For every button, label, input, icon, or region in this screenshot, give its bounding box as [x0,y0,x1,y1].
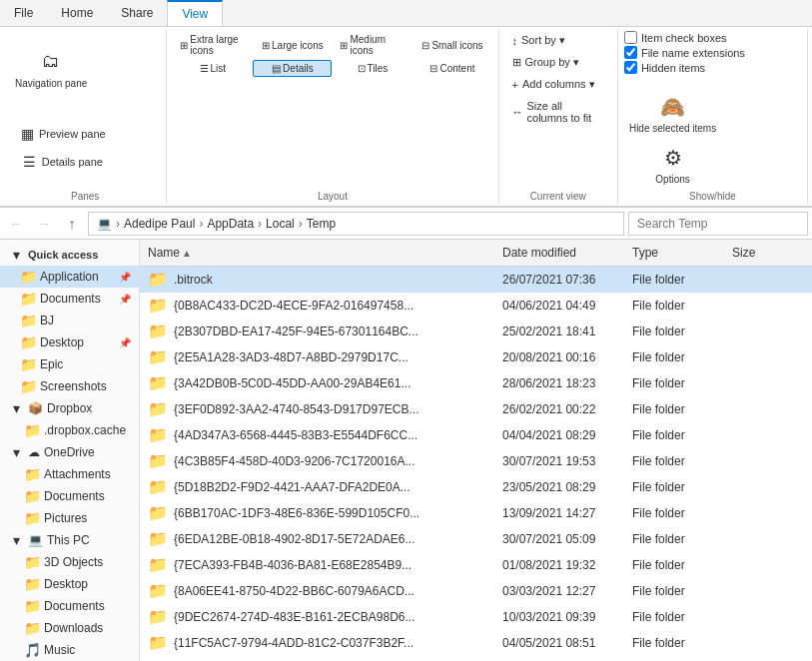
file-size-9 [724,512,804,514]
onedrive-collapse-icon: ▾ [8,444,24,460]
file-name-2: 📁 {2B307DBD-EA17-425F-94E5-67301164BC... [140,321,494,341]
file-type-11: File folder [624,557,724,573]
navigation-pane-button[interactable]: 🗂 Navigation pane [10,45,92,92]
table-row[interactable]: 📁 {4AD347A3-6568-4445-83B3-E5544DF6CC...… [140,422,812,448]
table-row[interactable]: 📁 {3EF0D892-3AA2-4740-8543-D917D97ECB...… [140,396,812,422]
table-row[interactable]: 📁 {15E452BB-AFEC-4F54-B1F9-0D720A5C3... … [140,656,812,661]
ribbon-tab-share[interactable]: Share [107,0,167,26]
preview-pane-icon: ▦ [17,124,37,144]
file-type-10: File folder [624,531,724,547]
sidebar-thispc-documents[interactable]: 📁Documents [0,595,139,617]
small-icons-button[interactable]: ⊟ Small icons [412,37,491,54]
path-computer-icon: 💻 [97,217,112,231]
onedrive-items: 📁Attachments📁Documents📁Pictures [0,463,139,529]
sidebar-onedrive-attachments[interactable]: 📁Attachments [0,463,139,485]
up-button[interactable]: ↑ [60,212,84,236]
sidebar-item-bj[interactable]: 📁BJ [0,310,139,331]
file-date-12: 03/03/2021 12:27 [494,583,624,599]
table-row[interactable]: 📁 {2E5A1A28-3AD3-48D7-A8BD-2979D17C... 2… [140,344,812,370]
table-row[interactable]: 📁 {7ECA393-FB4B-4036-BA81-E68E2854B9... … [140,552,812,578]
table-row[interactable]: 📁 {0B8AC433-DC2D-4ECE-9FA2-016497458... … [140,293,812,319]
column-header-date[interactable]: Date modified [494,244,624,262]
dropbox-cache-icon: 📁 [24,422,40,438]
file-date-10: 30/07/2021 05:09 [494,531,624,547]
checkboxes-group: Item check boxes File name extensions Hi… [624,31,745,88]
column-header-name[interactable]: Name ▲ [140,244,494,262]
forward-button[interactable]: → [32,212,56,236]
sidebar-item-desktop[interactable]: 📁Desktop📌 [0,331,139,353]
ribbon-tab-home[interactable]: Home [47,0,107,26]
path-part-temp[interactable]: Temp [307,217,336,231]
address-path[interactable]: 💻 › Adedipe Paul › AppData › Local › Tem… [88,212,624,236]
details-button[interactable]: ▤ Details [253,60,332,77]
list-button[interactable]: ☰ List [173,60,252,77]
table-row[interactable]: 📁 {5D18B2D2-F9D2-4421-AAA7-DFA2DE0A... 2… [140,474,812,500]
item-check-boxes-checkbox[interactable] [624,31,637,44]
sidebar-item-dropbox-cache[interactable]: 📁 .dropbox.cache [0,419,139,441]
medium-icons-button[interactable]: ⊞ Medium icons [333,31,411,59]
file-type-6: File folder [624,427,724,443]
sidebar-onedrive-pictures[interactable]: 📁Pictures [0,507,139,529]
ribbon: (function(){ const data = JSON.parse(doc… [0,0,812,208]
extra-large-icons-button[interactable]: ⊞ Extra large icons [173,31,252,59]
file-type-5: File folder [624,401,724,417]
table-row[interactable]: 📁 .bitrock 26/07/2021 07:36 File folder [140,267,812,293]
sidebar-dropbox[interactable]: ▾ 📦 Dropbox [0,397,139,419]
column-header-size[interactable]: Size [724,244,804,262]
file-size-12 [724,590,804,592]
pin-icon: 📌 [119,337,131,348]
column-header-type[interactable]: Type [624,244,724,262]
path-part-appdata[interactable]: AppData [207,217,254,231]
file-date-2: 25/02/2021 18:41 [494,324,624,339]
file-type-0: File folder [624,272,724,288]
sidebar-thispc-music[interactable]: 🎵Music [0,639,139,661]
add-columns-button[interactable]: + Add columns ▾ [505,75,602,94]
content-button[interactable]: ⊟ Content [412,60,491,77]
table-row[interactable]: 📁 {11FC5AC7-9794-4ADD-81C2-C037F3B2F... … [140,630,812,656]
sidebar-thispc-desktop[interactable]: 📁Desktop [0,573,139,595]
sidebar-item-screenshots[interactable]: 📁Screenshots [0,375,139,397]
size-all-columns-button[interactable]: ↔ Size all columns to fit [505,97,611,127]
folder-icon-0: 📁 [20,269,36,285]
table-row[interactable]: 📁 {2B307DBD-EA17-425F-94E5-67301164BC...… [140,319,812,344]
tiles-button[interactable]: ⊡ Tiles [333,60,411,77]
sidebar-onedrive[interactable]: ▾ ☁ OneDrive [0,441,139,463]
group-by-button[interactable]: ⊞ Group by ▾ [505,53,586,72]
file-name-10: 📁 {6EDA12BE-0B18-4902-8D17-5E72ADAE6... [140,528,494,549]
path-part-user[interactable]: Adedipe Paul [124,217,195,231]
sidebar-thispc-3d-objects[interactable]: 📁3D Objects [0,551,139,573]
sidebar-onedrive-documents[interactable]: 📁Documents [0,485,139,507]
extra-large-icons-icon: ⊞ [180,40,188,51]
sidebar-item-epic[interactable]: 📁Epic [0,353,139,375]
folder-icon-row-1: 📁 [148,296,168,315]
options-button[interactable]: ⚙ Options [649,141,697,188]
details-icon: ▤ [272,63,281,74]
file-size-4 [724,382,804,384]
sidebar-item-documents[interactable]: 📁Documents📌 [0,288,139,310]
table-row[interactable]: 📁 {6BB170AC-1DF3-48E6-836E-599D105CF0...… [140,500,812,526]
table-row[interactable]: 📁 {4C3B85F4-458D-40D3-9206-7C1720016A...… [140,448,812,474]
table-row[interactable]: 📁 {3A42DB0B-5C0D-45DD-AA00-29AB4E61... 2… [140,370,812,396]
preview-pane-button[interactable]: ▦ Preview pane [10,121,113,147]
large-icons-button[interactable]: ⊞ Large icons [253,37,332,54]
thispc-item-icon-4: 🎵 [24,642,40,658]
file-name-extensions-checkbox[interactable] [624,46,637,59]
sidebar-item-application[interactable]: 📁Application📌 [0,266,139,288]
ribbon-tab-file[interactable]: File [0,0,47,26]
table-row[interactable]: 📁 {9DEC2674-274D-483E-B161-2ECBA98D6... … [140,604,812,630]
show-hide-content: Item check boxes File name extensions Hi… [624,31,801,202]
ribbon-tab-view[interactable]: View [167,0,223,26]
table-row[interactable]: 📁 {6EDA12BE-0B18-4902-8D17-5E72ADAE6... … [140,526,812,552]
sidebar-section-quick-access[interactable]: ▾ Quick access [0,244,139,266]
back-button[interactable]: ← [4,212,28,236]
sidebar-this-pc[interactable]: ▾ 💻 This PC [0,529,139,551]
details-pane-button[interactable]: ☰ Details pane [10,149,113,175]
hidden-items-checkbox[interactable] [624,61,637,74]
search-input[interactable] [628,212,808,236]
sort-by-button[interactable]: ↕ Sort by ▾ [505,31,572,50]
hide-selected-items-button[interactable]: 🙈 Hide selected items [624,90,721,137]
table-row[interactable]: 📁 {8A06EE41-8750-4D22-BB6C-6079A6ACD... … [140,578,812,604]
path-part-local[interactable]: Local [266,217,295,231]
sidebar-thispc-downloads[interactable]: 📁Downloads [0,617,139,639]
sidebar-items: 📁Application📌📁Documents📌📁BJ📁Desktop📌📁Epi… [0,266,139,397]
